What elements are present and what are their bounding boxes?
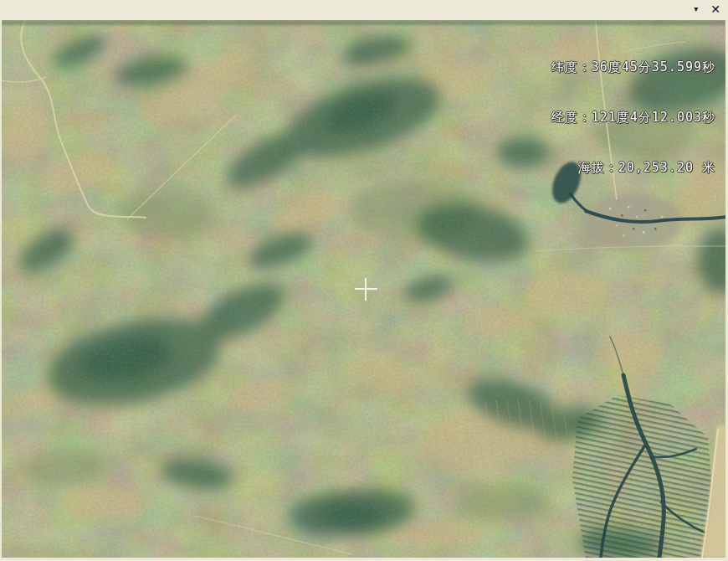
satellite-map-viewport[interactable]: 纬度：36度45分35.599秒 经度：121度4分12.003秒 海拔：20,… bbox=[2, 20, 725, 558]
tab-bar-controls: ▾ ✕ bbox=[694, 0, 720, 18]
tab-map-window-label: 地图窗口 bbox=[0, 3, 38, 18]
latitude-readout: 纬度：36度45分35.599秒 bbox=[551, 59, 715, 75]
close-icon[interactable]: ✕ bbox=[710, 3, 720, 15]
altitude-readout: 海拔：20,253.20 米 bbox=[551, 159, 715, 176]
tab-3d-window-label: 3D窗口 bbox=[0, 3, 27, 17]
longitude-readout: 经度：121度4分12.003秒 bbox=[551, 109, 715, 126]
3d-map-window: 地图窗口 3D窗口 ▾ ✕ bbox=[0, 0, 728, 561]
map-frame: 纬度：36度45分35.599秒 经度：121度4分12.003秒 海拔：20,… bbox=[0, 18, 728, 561]
coordinate-overlay: 纬度：36度45分35.599秒 经度：121度4分12.003秒 海拔：20,… bbox=[551, 25, 715, 209]
tab-list-dropdown-icon[interactable]: ▾ bbox=[694, 5, 698, 13]
tab-bar: 地图窗口 3D窗口 ▾ ✕ bbox=[0, 0, 728, 18]
